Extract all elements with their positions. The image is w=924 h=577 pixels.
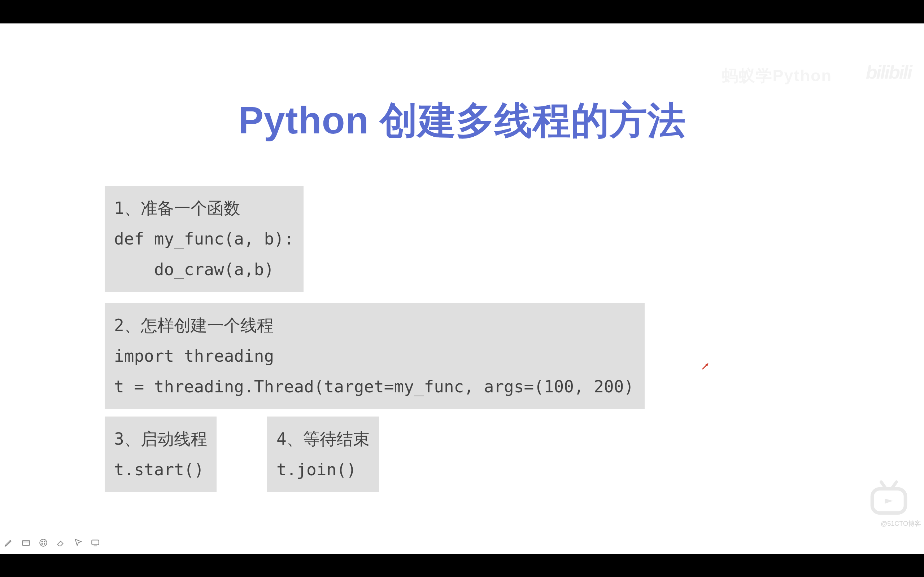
bilibili-tv-icon — [868, 477, 909, 518]
rectangle-icon[interactable] — [21, 538, 31, 548]
svg-point-6 — [42, 541, 43, 542]
watermark-bilibili: bilibili — [866, 61, 911, 83]
code-block-1: 1、准备一个函数 def my_func(a, b): do_craw(a,b) — [105, 186, 304, 292]
palette-icon[interactable] — [38, 538, 48, 548]
slide-content: 蚂蚁学Python bilibili Python 创建多线程的方法 1、准备一… — [0, 23, 924, 554]
code-block-4: 4、等待结束 t.join() — [267, 416, 379, 492]
svg-point-8 — [42, 543, 43, 545]
eraser-icon[interactable] — [56, 538, 66, 548]
svg-point-7 — [44, 541, 45, 542]
footer-watermark: @51CTO博客 — [881, 519, 921, 528]
svg-rect-3 — [23, 541, 30, 546]
svg-point-9 — [44, 543, 45, 545]
code-block-2: 2、怎样创建一个线程 import threading t = threadin… — [105, 303, 645, 409]
cursor-pointer-icon — [702, 363, 709, 370]
black-bar-bottom — [0, 554, 924, 577]
svg-rect-10 — [92, 540, 99, 545]
pencil-icon[interactable] — [3, 538, 14, 548]
annotation-toolbar — [3, 538, 100, 548]
screen-icon[interactable] — [90, 538, 100, 548]
svg-point-5 — [40, 539, 47, 546]
black-bar-top — [0, 0, 924, 23]
code-block-3: 3、启动线程 t.start() — [105, 416, 216, 492]
watermark-channel: 蚂蚁学Python — [722, 65, 832, 87]
cursor-icon[interactable] — [73, 538, 83, 548]
slide-title: Python 创建多线程的方法 — [0, 95, 924, 147]
